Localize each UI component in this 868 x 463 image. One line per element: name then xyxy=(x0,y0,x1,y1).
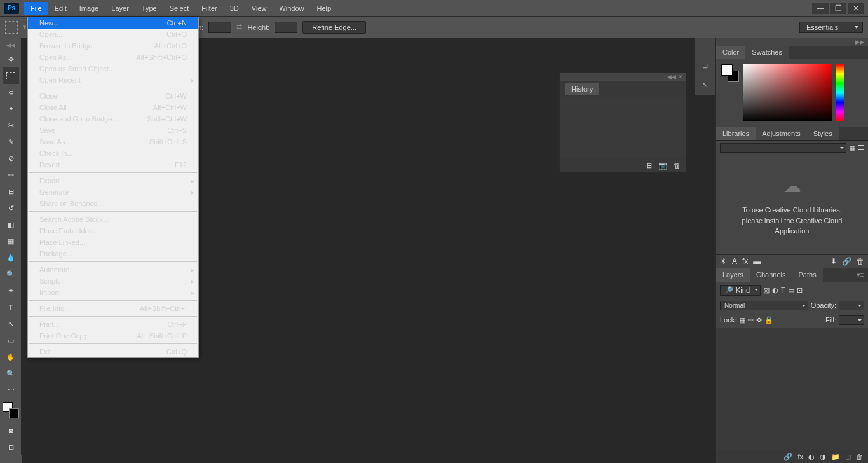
brush-tool[interactable]: ✏ xyxy=(3,167,19,183)
file-menu-check-in[interactable]: Check In... xyxy=(28,148,198,159)
adj-save-icon[interactable]: ⬇ xyxy=(831,257,837,266)
lib-grid-icon[interactable]: ▦ xyxy=(849,144,855,152)
more-tools[interactable]: ⋯ xyxy=(3,382,19,398)
file-menu-exit[interactable]: ExitCtrl+Q xyxy=(28,346,198,357)
history-new-doc-icon[interactable]: ⊞ xyxy=(646,162,652,170)
quickmask-tool[interactable]: ◙ xyxy=(3,422,19,439)
swap-icon[interactable]: ⇄ xyxy=(236,23,242,31)
fill-input[interactable] xyxy=(839,315,864,325)
eyedropper-tool[interactable]: ✎ xyxy=(3,134,19,150)
file-menu-open-as[interactable]: Open As...Alt+Shift+Ctrl+O xyxy=(28,52,198,63)
file-menu-revert[interactable]: RevertF12 xyxy=(28,159,198,170)
layer-mask-icon[interactable]: ◐ xyxy=(808,453,815,461)
filter-shape-icon[interactable]: ▭ xyxy=(788,286,794,294)
layer-fx-icon[interactable]: fx xyxy=(797,453,803,460)
paths-tab[interactable]: Paths xyxy=(792,268,823,282)
zoom-tool[interactable]: 🔍 xyxy=(3,365,19,382)
file-menu-open-recent[interactable]: Open Recent▸ xyxy=(28,74,198,86)
adj-text-icon[interactable]: A xyxy=(732,257,737,266)
refine-edge-button[interactable]: Refine Edge... xyxy=(302,21,366,34)
eraser-tool[interactable]: ◧ xyxy=(3,216,19,233)
crop-tool[interactable]: ✂ xyxy=(3,117,19,134)
file-menu-place-linked[interactable]: Place Linked... xyxy=(28,237,198,248)
path-tool[interactable]: ↖ xyxy=(3,315,19,332)
file-menu-browse-in-bridge[interactable]: Browse in Bridge...Alt+Ctrl+O xyxy=(28,40,198,52)
hand-tool[interactable]: ✋ xyxy=(3,349,19,365)
menu-help[interactable]: Help xyxy=(311,2,338,15)
height-input[interactable] xyxy=(275,22,297,33)
menu-edit[interactable]: Edit xyxy=(48,2,73,15)
layers-tab[interactable]: Layers xyxy=(716,268,750,282)
hue-strip[interactable] xyxy=(836,64,844,121)
lock-move-icon[interactable]: ✥ xyxy=(756,316,762,324)
opacity-input[interactable] xyxy=(839,301,864,310)
menu-view[interactable]: View xyxy=(245,2,273,15)
move-tool[interactable]: ✥ xyxy=(3,51,19,67)
wand-tool[interactable]: ✦ xyxy=(3,100,19,117)
delete-layer-icon[interactable]: 🗑 xyxy=(856,453,863,460)
history-tab[interactable]: History xyxy=(565,83,599,95)
file-menu-save[interactable]: SaveCtrl+S xyxy=(28,125,198,136)
new-layer-icon[interactable]: ⊞ xyxy=(845,453,851,461)
file-menu-place-embedded[interactable]: Place Embedded... xyxy=(28,225,198,237)
file-menu-file-info[interactable]: File Info...Alt+Shift+Ctrl+I xyxy=(28,303,198,314)
lib-list-icon[interactable]: ☰ xyxy=(858,144,864,152)
channels-tab[interactable]: Channels xyxy=(750,268,792,282)
type-tool[interactable]: T xyxy=(3,299,19,315)
file-menu-automate[interactable]: Automate▸ xyxy=(28,264,198,275)
adj-link-icon[interactable]: 🔗 xyxy=(842,257,851,266)
stamp-tool[interactable]: ⊞ xyxy=(3,183,19,200)
dock-icon-1[interactable]: ⊞ xyxy=(697,57,714,74)
healing-tool[interactable]: ⊘ xyxy=(3,150,19,167)
file-menu-open[interactable]: Open...Ctrl+O xyxy=(28,29,198,40)
menu-select[interactable]: Select xyxy=(163,2,196,15)
group-icon[interactable]: 📁 xyxy=(831,453,840,461)
width-input[interactable] xyxy=(208,22,231,33)
lock-all-icon[interactable]: 🔒 xyxy=(764,316,773,324)
file-menu-print[interactable]: Print...Ctrl+P xyxy=(28,319,198,330)
gradient-tool[interactable]: ▦ xyxy=(3,233,19,249)
lock-pixels-icon[interactable]: ▦ xyxy=(739,316,745,324)
close-button[interactable]: ✕ xyxy=(848,3,864,14)
file-menu-open-as-smart-object[interactable]: Open as Smart Object... xyxy=(28,63,198,74)
menu-type[interactable]: Type xyxy=(135,2,163,15)
file-menu-package[interactable]: Package... xyxy=(28,248,198,259)
history-snapshot-icon[interactable]: 📷 xyxy=(658,162,667,170)
history-brush-tool[interactable]: ↺ xyxy=(3,200,19,216)
libraries-tab[interactable]: Libraries xyxy=(716,127,756,140)
adjustments-tab[interactable]: Adjustments xyxy=(756,127,807,140)
maximize-button[interactable]: ❐ xyxy=(830,3,846,14)
background-color[interactable] xyxy=(9,408,19,418)
file-menu-close-all[interactable]: Close AllAlt+Ctrl+W xyxy=(28,102,198,113)
panel-menu-icon[interactable]: ▾≡ xyxy=(853,268,868,282)
pen-tool[interactable]: ✒ xyxy=(3,282,19,299)
color-tab[interactable]: Color xyxy=(716,46,745,59)
menu-filter[interactable]: Filter xyxy=(195,2,223,15)
dock-icon-2[interactable]: ↖ xyxy=(697,76,714,93)
link-layers-icon[interactable]: 🔗 xyxy=(783,453,792,461)
blur-tool[interactable]: 💧 xyxy=(3,249,19,266)
swatches-tab[interactable]: Swatches xyxy=(745,46,789,59)
filter-smart-icon[interactable]: ⊡ xyxy=(797,286,803,294)
file-menu-save-as[interactable]: Save As...Shift+Ctrl+S xyxy=(28,136,198,148)
marquee-tool-preset-icon[interactable] xyxy=(5,21,18,34)
screenmode-tool[interactable]: ⊡ xyxy=(3,439,19,455)
minimize-button[interactable]: — xyxy=(812,3,829,14)
history-delete-icon[interactable]: 🗑 xyxy=(674,162,681,169)
filter-pixel-icon[interactable]: ▧ xyxy=(763,286,770,294)
panel-fg-color[interactable] xyxy=(721,64,733,76)
file-menu-close-and-go-to-bridge[interactable]: Close and Go to Bridge...Shift+Ctrl+W xyxy=(28,113,198,125)
adj-fill-icon[interactable]: ▬ xyxy=(753,257,761,266)
lock-position-icon[interactable]: ✏ xyxy=(748,316,754,324)
menu-window[interactable]: Window xyxy=(273,2,310,15)
file-menu-close[interactable]: CloseCtrl+W xyxy=(28,90,198,102)
workspace-select[interactable]: Essentials xyxy=(799,22,863,33)
file-menu-scripts[interactable]: Scripts▸ xyxy=(28,275,198,287)
color-field[interactable] xyxy=(743,64,832,121)
marquee-tool[interactable] xyxy=(3,67,19,84)
file-menu-generate[interactable]: Generate▸ xyxy=(28,186,198,198)
file-menu-export[interactable]: Export▸ xyxy=(28,175,198,186)
menu-3d[interactable]: 3D xyxy=(224,2,245,15)
menu-layer[interactable]: Layer xyxy=(105,2,135,15)
blend-mode-select[interactable]: Normal xyxy=(720,301,808,310)
